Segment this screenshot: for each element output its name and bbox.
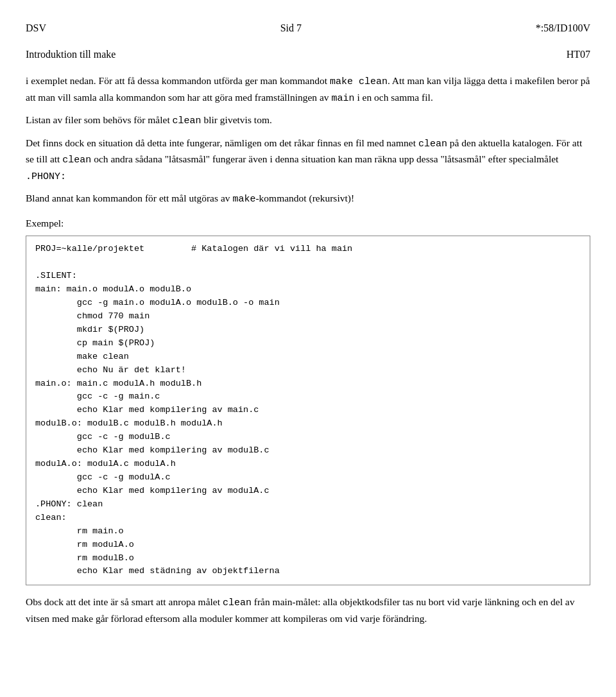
example-label: Exempel: — [26, 216, 590, 230]
header-title: Introduktion till make — [26, 47, 116, 62]
footer-text: Obs dock att det inte är så smart att an… — [26, 594, 590, 626]
code-block: PROJ=~kalle/projektet # Katalogen där vi… — [26, 236, 590, 585]
paragraph-1: i exemplet nedan. För att få dessa komma… — [26, 73, 590, 106]
header-page: Sid 7 — [280, 21, 302, 35]
page-header: DSV Sid 7 *:58/ID100V — [26, 21, 590, 35]
paragraph-3: Det finns dock en situation då detta int… — [26, 135, 590, 185]
header-ht: HT07 — [567, 47, 590, 62]
paragraph-2: Listan av filer som behövs för målet cle… — [26, 112, 590, 129]
header-id: *:58/ID100V — [536, 21, 590, 35]
middle-text: Bland annat kan kommandon för ett mål ut… — [26, 191, 590, 207]
page-header2: Introduktion till make HT07 — [26, 47, 590, 62]
header-dsv: DSV — [26, 21, 46, 35]
